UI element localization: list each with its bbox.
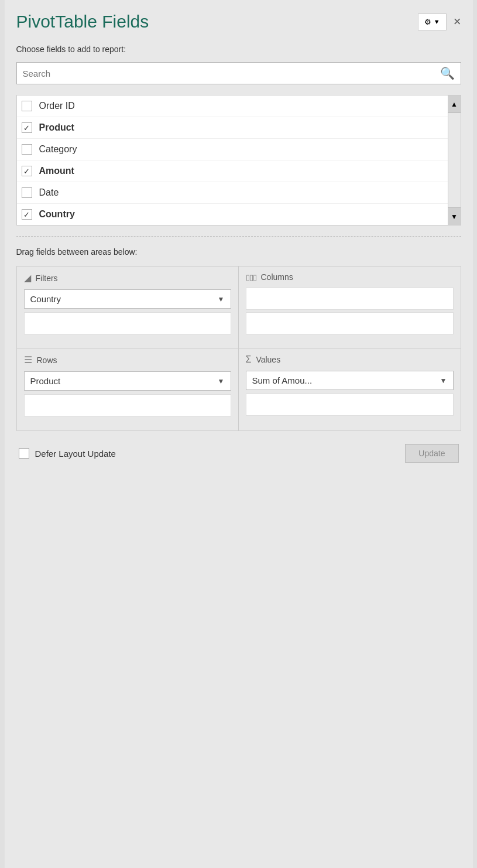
values-label: Values	[256, 355, 280, 364]
drag-fields-label: Drag fields between areas below:	[16, 247, 461, 257]
columns-empty-slot-2	[246, 312, 454, 334]
field-checkbox-country[interactable]: ✓	[22, 209, 32, 220]
columns-empty-slot-1	[246, 288, 454, 310]
fields-list: Order ID ✓ Product Category ✓ Amount Dat…	[17, 95, 461, 225]
rows-area: ☰ Rows Product ▼	[17, 348, 239, 430]
field-item-country[interactable]: ✓ Country	[17, 204, 461, 225]
rows-dropdown-arrow-icon: ▼	[218, 377, 225, 385]
scrollbar-up-button[interactable]: ▲	[448, 95, 461, 113]
search-input[interactable]	[23, 69, 440, 78]
defer-layout-label: Defer Layout Update	[35, 449, 116, 459]
field-label-order-id: Order ID	[39, 101, 75, 111]
columns-label: Columns	[261, 272, 293, 282]
scrollbar-down-button[interactable]: ▼	[448, 207, 461, 225]
values-area: Σ Values Sum of Amou... ▼	[239, 348, 461, 430]
rows-empty-slot	[24, 394, 231, 416]
values-dropdown-arrow-icon: ▼	[440, 377, 447, 385]
field-checkbox-amount[interactable]: ✓	[22, 166, 32, 176]
choose-fields-label: Choose fields to add to report:	[16, 45, 461, 54]
filters-field-value: Country	[30, 294, 61, 304]
header-controls: ⚙ ▼ ×	[418, 13, 461, 30]
update-button[interactable]: Update	[405, 444, 458, 463]
rows-area-header: ☰ Rows	[24, 354, 231, 365]
filters-dropdown-arrow-icon: ▼	[218, 295, 225, 303]
field-label-country: Country	[39, 209, 75, 220]
values-field-dropdown[interactable]: Sum of Amou... ▼	[246, 371, 454, 390]
rows-field-dropdown[interactable]: Product ▼	[24, 371, 231, 391]
field-checkbox-date[interactable]	[22, 187, 32, 198]
areas-grid: ◢ Filters Country ▼ ▯▯▯ Columns ☰ Rows	[16, 266, 461, 431]
search-icon: 🔍	[440, 66, 455, 80]
defer-layout-checkbox[interactable]	[19, 448, 29, 459]
columns-icon: ▯▯▯	[246, 273, 256, 282]
field-item-category[interactable]: Category	[17, 139, 461, 160]
field-label-product: Product	[39, 122, 74, 133]
values-area-header: Σ Values	[246, 354, 454, 365]
rows-icon: ☰	[24, 354, 32, 365]
filters-area-header: ◢ Filters	[24, 272, 231, 283]
dropdown-arrow-icon: ▼	[434, 18, 440, 25]
field-checkbox-product[interactable]: ✓	[22, 122, 32, 133]
columns-area-header: ▯▯▯ Columns	[246, 272, 454, 282]
close-button[interactable]: ×	[454, 14, 461, 29]
field-item-order-id[interactable]: Order ID	[17, 95, 461, 117]
pivottable-fields-panel: PivotTable Fields ⚙ ▼ × Choose fields to…	[5, 0, 473, 868]
fields-scrollbar: ▲ ▼	[448, 95, 461, 225]
gear-icon: ⚙	[424, 18, 431, 26]
filters-field-dropdown[interactable]: Country ▼	[24, 289, 231, 309]
field-checkbox-order-id[interactable]	[22, 101, 32, 111]
field-label-category: Category	[39, 144, 77, 155]
defer-row: Defer Layout Update	[19, 448, 116, 459]
filter-icon: ◢	[24, 272, 31, 283]
rows-field-value: Product	[30, 376, 61, 386]
sigma-icon: Σ	[246, 354, 252, 365]
field-label-amount: Amount	[39, 166, 74, 176]
values-field-value: Sum of Amou...	[252, 375, 313, 385]
settings-button[interactable]: ⚙ ▼	[418, 13, 447, 30]
filters-empty-slot	[24, 312, 231, 334]
field-item-date[interactable]: Date	[17, 182, 461, 204]
field-item-amount[interactable]: ✓ Amount	[17, 160, 461, 182]
filters-area: ◢ Filters Country ▼	[17, 266, 239, 348]
fields-list-container: Order ID ✓ Product Category ✓ Amount Dat…	[16, 95, 461, 225]
field-item-product[interactable]: ✓ Product	[17, 117, 461, 139]
panel-footer: Defer Layout Update Update	[16, 444, 461, 463]
values-empty-slot	[246, 394, 454, 416]
field-label-date: Date	[39, 187, 59, 198]
columns-area: ▯▯▯ Columns	[239, 266, 461, 348]
panel-title: PivotTable Fields	[16, 12, 149, 32]
section-divider	[16, 236, 461, 237]
rows-label: Rows	[37, 356, 57, 365]
panel-header: PivotTable Fields ⚙ ▼ ×	[16, 12, 461, 32]
filters-label: Filters	[36, 274, 58, 283]
search-bar[interactable]: 🔍	[16, 62, 461, 84]
field-checkbox-category[interactable]	[22, 144, 32, 155]
